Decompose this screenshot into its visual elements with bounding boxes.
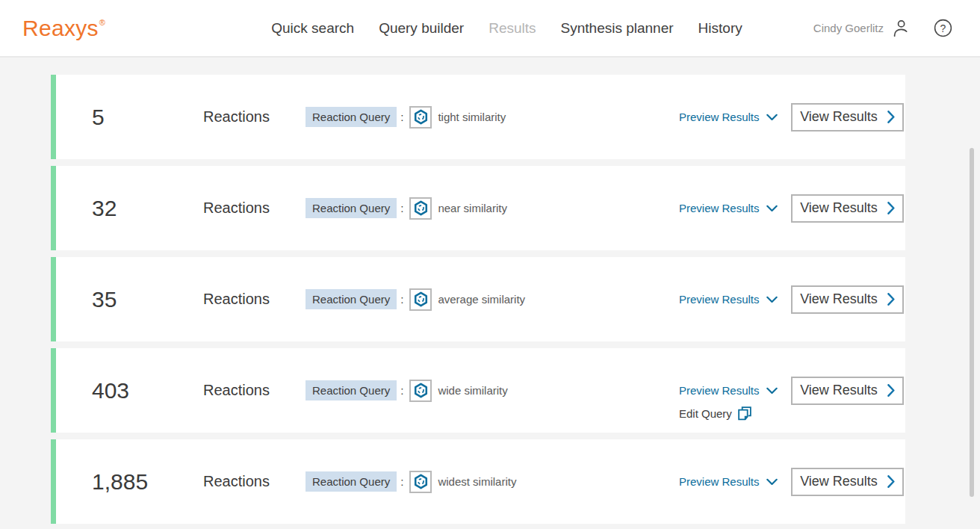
app-header: Reaxys® Quick search Query builder Resul… <box>0 0 980 58</box>
query-summary: Reaction Query : average similarity <box>306 288 679 311</box>
query-summary: Reaction Query : tight similarity <box>306 106 679 129</box>
result-links: Preview Results <box>679 475 791 488</box>
reaction-query-chip[interactable]: Reaction Query <box>306 107 397 127</box>
hexagon-structure-icon[interactable] <box>409 380 432 402</box>
chevron-down-icon <box>766 478 778 486</box>
result-card: 5 Reactions Reaction Query : tight simil… <box>51 75 905 159</box>
result-links: Preview Results <box>679 202 791 214</box>
reaction-query-chip[interactable]: Reaction Query <box>306 380 397 400</box>
query-summary: Reaction Query : widest similarity <box>306 471 679 493</box>
result-accent-bar <box>51 257 56 341</box>
query-summary: Reaction Query : wide similarity <box>306 380 679 402</box>
result-card: 35 Reactions Reaction Query : average si… <box>51 257 905 341</box>
result-accent-bar <box>51 439 56 524</box>
result-count: 403 <box>92 378 203 403</box>
person-icon[interactable] <box>890 18 911 38</box>
result-links: Preview Results <box>679 111 791 123</box>
similarity-label: widest similarity <box>438 475 516 488</box>
similarity-label: average similarity <box>438 293 525 306</box>
main-nav: Quick search Query builder Results Synth… <box>271 20 742 37</box>
result-links: Preview Results Edit Query <box>679 384 791 397</box>
result-count: 32 <box>92 196 203 221</box>
similarity-label: near similarity <box>438 202 507 214</box>
view-results-button[interactable]: View Results <box>791 468 904 496</box>
chevron-down-icon <box>766 387 778 395</box>
view-results-label: View Results <box>800 383 878 398</box>
nav-synthesis-planner[interactable]: Synthesis planner <box>561 20 674 37</box>
registered-mark: ® <box>99 18 105 27</box>
result-count: 5 <box>92 105 203 130</box>
hexagon-structure-icon[interactable] <box>409 197 432 220</box>
hexagon-structure-icon[interactable] <box>409 471 432 493</box>
copy-pages-icon <box>738 406 751 421</box>
nav-quick-search[interactable]: Quick search <box>271 20 354 37</box>
query-separator: : <box>400 293 403 306</box>
chevron-down-icon <box>766 114 778 121</box>
preview-results-link[interactable]: Preview Results <box>679 475 778 488</box>
view-results-button[interactable]: View Results <box>791 285 904 314</box>
user-area: Cindy Goerlitz ? <box>813 18 953 38</box>
result-links: Preview Results <box>679 293 791 306</box>
query-separator: : <box>400 202 403 214</box>
reaction-query-chip[interactable]: Reaction Query <box>306 471 397 492</box>
edit-query-link[interactable]: Edit Query <box>679 406 751 421</box>
result-accent-bar <box>51 75 56 159</box>
query-separator: : <box>400 475 403 488</box>
preview-results-label: Preview Results <box>679 202 760 214</box>
result-type-label: Reactions <box>203 382 306 399</box>
user-name[interactable]: Cindy Goerlitz <box>813 22 884 34</box>
reaxys-logo[interactable]: Reaxys® <box>22 16 105 41</box>
vertical-scrollbar-thumb[interactable] <box>970 148 974 497</box>
chevron-right-icon <box>887 202 895 214</box>
chevron-right-icon <box>887 475 895 488</box>
similarity-label: wide similarity <box>438 384 507 397</box>
query-summary: Reaction Query : near similarity <box>306 197 679 220</box>
nav-history[interactable]: History <box>698 20 742 37</box>
nav-query-builder[interactable]: Query builder <box>379 20 464 37</box>
query-separator: : <box>400 111 403 123</box>
view-results-label: View Results <box>800 291 878 307</box>
preview-results-label: Preview Results <box>679 293 760 306</box>
result-card: 403 Reactions Reaction Query : wide simi… <box>51 348 905 433</box>
result-accent-bar <box>51 348 56 433</box>
result-type-label: Reactions <box>203 199 306 217</box>
nav-results[interactable]: Results <box>489 20 536 37</box>
result-count: 35 <box>92 287 203 312</box>
chevron-right-icon <box>887 384 895 397</box>
result-type-label: Reactions <box>203 473 306 490</box>
question-mark-circle-icon[interactable]: ? <box>933 18 953 38</box>
hexagon-structure-icon[interactable] <box>409 288 432 311</box>
hexagon-structure-icon[interactable] <box>409 106 432 129</box>
view-results-button[interactable]: View Results <box>791 194 904 223</box>
result-card: 1,885 Reactions Reaction Query : widest … <box>51 439 905 524</box>
view-results-button[interactable]: View Results <box>791 377 904 405</box>
similarity-label: tight similarity <box>438 111 506 123</box>
preview-results-link[interactable]: Preview Results <box>679 111 778 123</box>
query-separator: : <box>400 384 403 397</box>
chevron-down-icon <box>766 296 778 303</box>
preview-results-label: Preview Results <box>679 111 760 123</box>
chevron-right-icon <box>887 293 895 306</box>
preview-results-label: Preview Results <box>679 384 760 397</box>
preview-results-link[interactable]: Preview Results <box>679 202 778 214</box>
preview-results-link[interactable]: Preview Results <box>679 384 778 397</box>
view-results-label: View Results <box>800 109 878 125</box>
view-results-button[interactable]: View Results <box>791 103 904 132</box>
result-count: 1,885 <box>92 469 203 495</box>
svg-text:?: ? <box>940 22 946 34</box>
preview-results-label: Preview Results <box>679 475 760 488</box>
result-type-label: Reactions <box>203 291 306 308</box>
logo-text: Reaxys <box>22 16 99 40</box>
view-results-label: View Results <box>800 200 878 216</box>
result-card: 32 Reactions Reaction Query : near simil… <box>51 166 905 250</box>
reaction-query-chip[interactable]: Reaction Query <box>306 198 397 218</box>
chevron-right-icon <box>887 111 895 123</box>
view-results-label: View Results <box>800 474 878 489</box>
results-list: 5 Reactions Reaction Query : tight simil… <box>0 58 980 524</box>
chevron-down-icon <box>766 205 778 212</box>
edit-query-label: Edit Query <box>679 407 732 420</box>
result-type-label: Reactions <box>203 108 306 126</box>
reaction-query-chip[interactable]: Reaction Query <box>306 289 397 309</box>
preview-results-link[interactable]: Preview Results <box>679 293 778 306</box>
result-accent-bar <box>51 166 56 250</box>
